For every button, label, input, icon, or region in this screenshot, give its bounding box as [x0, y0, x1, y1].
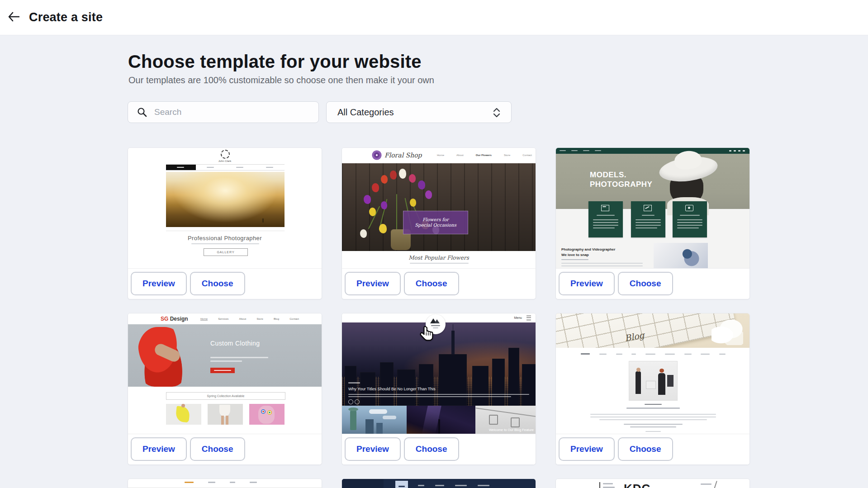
- card-actions: Preview Choose: [128, 268, 322, 299]
- category-select[interactable]: All Categories: [326, 101, 512, 123]
- mini-photo-salon: [629, 361, 677, 400]
- mini-menu-label: Menu: [514, 316, 522, 319]
- choose-button[interactable]: Choose: [404, 437, 459, 461]
- flower-decoration: [711, 320, 743, 345]
- template-thumbnail-floral-shop[interactable]: Floral Shop HomeAboutOur FlowersStoreCon…: [342, 148, 536, 268]
- section-heading: Choose template for your website: [128, 52, 422, 72]
- mini-logo-text: John Clark: [128, 160, 322, 162]
- mini-navbar: [556, 148, 749, 154]
- search-field-wrap: [128, 101, 319, 123]
- template-card-travel-blog: Menu: [342, 313, 536, 465]
- topbar: Create a site: [0, 0, 868, 35]
- template-thumbnail-partial-3[interactable]: KDC: [556, 479, 749, 488]
- mini-product-tiles: Dress Collections Dress Collection Swim …: [166, 404, 285, 431]
- template-thumbnail-partial-2[interactable]: [342, 479, 536, 488]
- card-actions: Preview Choose: [342, 268, 536, 299]
- section-subheading: Our templates are 100% customizable so c…: [128, 75, 434, 85]
- preview-button[interactable]: Preview: [559, 272, 615, 295]
- preview-button[interactable]: Preview: [345, 272, 401, 295]
- choose-button[interactable]: Choose: [404, 272, 459, 295]
- preview-button[interactable]: Preview: [345, 437, 401, 461]
- mini-photo-strip: Welcome to Our Blog Feature: [342, 406, 536, 434]
- mini-brand: KDC: [624, 482, 650, 488]
- template-thumbnail-models-photography[interactable]: MODELS.PHOTOGRAPHY: [556, 148, 749, 268]
- chevron-up-down-icon: [492, 106, 501, 119]
- mini-circular-logo: [426, 314, 446, 334]
- template-thumbnail-sg-design[interactable]: SG Design HomeServicesAboutStoreBlogCont…: [128, 313, 322, 434]
- card-actions: Preview Choose: [556, 268, 749, 299]
- mini-section-heading: Most Popular Flowers: [342, 255, 536, 261]
- template-card-models-photography: MODELS.PHOTOGRAPHY: [555, 147, 750, 299]
- template-thumbnail-blog[interactable]: Blog: [556, 313, 749, 434]
- template-thumbnail-partial-1[interactable]: [128, 479, 322, 488]
- preview-button[interactable]: Preview: [131, 437, 187, 461]
- camera-shutter-logo-icon: [221, 150, 230, 159]
- mini-cta-button: [210, 368, 235, 373]
- mini-feature-cards: [556, 201, 749, 239]
- category-select-value: All Categories: [337, 107, 394, 118]
- template-thumbnail-travel-blog[interactable]: Menu: [342, 313, 536, 434]
- mini-hero-red-dress: Custom Clothing: [128, 324, 322, 387]
- flower-logo-icon: [373, 151, 381, 159]
- choose-button[interactable]: Choose: [190, 437, 245, 461]
- mini-hero-model: MODELS.PHOTOGRAPHY: [556, 154, 749, 209]
- template-card-partial-2: Preview Choose: [342, 479, 536, 488]
- arrow-left-icon: [8, 12, 19, 23]
- mini-navbar: [185, 482, 257, 483]
- mini-hero-overlay: Flowers for Special Occasions: [403, 211, 468, 234]
- template-card-blog: Blog: [555, 313, 750, 465]
- mini-photo-caption: Welcome to Our Blog Feature: [489, 428, 534, 432]
- mini-navbar: HomeAboutOur FlowersStoreContact: [437, 154, 532, 156]
- choose-button[interactable]: Choose: [618, 272, 673, 295]
- hamburger-menu-icon: [526, 316, 531, 320]
- page-title: Create a site: [29, 10, 103, 24]
- mini-headline: Why Your Titles Should Be No Longer Than…: [348, 387, 436, 391]
- mini-brand: SG Design: [161, 316, 188, 322]
- search-icon: [137, 107, 147, 118]
- template-card-floral-shop: Floral Shop HomeAboutOur FlowersStoreCon…: [342, 147, 536, 299]
- mini-photo: [654, 243, 708, 268]
- template-card-partial-3: KDC Preview Choose: [555, 479, 750, 488]
- create-site-page: Create a site Choose template for your w…: [0, 0, 868, 488]
- choose-button[interactable]: Choose: [618, 437, 673, 461]
- template-thumbnail-photographer[interactable]: John Clark Professional Photographer GAL…: [128, 148, 322, 268]
- back-button[interactable]: [4, 8, 24, 28]
- template-card-photographer: John Clark Professional Photographer GAL…: [128, 147, 322, 299]
- card-actions: Preview Choose: [342, 434, 536, 464]
- mini-brand: Floral Shop: [384, 152, 422, 159]
- card-actions: Preview Choose: [128, 434, 322, 464]
- choose-button[interactable]: Choose: [190, 272, 245, 295]
- mini-feature-section: Photography and Videographer We love to …: [556, 239, 749, 268]
- mini-navbar-navy: [342, 479, 536, 488]
- mini-navbar: [581, 353, 726, 355]
- mini-navbar: HomeServicesAboutStoreBlogContact: [200, 317, 299, 321]
- mini-hero-photo-tulips: Flowers for Special Occasions: [342, 163, 536, 251]
- preview-button[interactable]: Preview: [559, 437, 615, 461]
- template-grid: John Clark Professional Photographer GAL…: [128, 147, 750, 488]
- mini-hero-keyboard: Blog: [556, 313, 749, 348]
- preview-button[interactable]: Preview: [131, 272, 187, 295]
- mini-heading: Professional Photographer: [128, 235, 322, 242]
- mini-navbar: [166, 164, 285, 171]
- mini-hero-nyc-skyline: Why Your Titles Should Be No Longer Than…: [342, 322, 536, 406]
- mini-gallery-button: GALLERY: [204, 248, 248, 256]
- mini-hero-photo-field: [166, 172, 285, 227]
- mini-banner: Spring Collection Available: [166, 392, 285, 400]
- template-card-partial-1: Preview Choose: [128, 479, 322, 488]
- template-card-sg-design: SG Design HomeServicesAboutStoreBlogCont…: [128, 313, 322, 465]
- card-actions: Preview Choose: [556, 434, 749, 464]
- search-input[interactable]: [128, 101, 319, 123]
